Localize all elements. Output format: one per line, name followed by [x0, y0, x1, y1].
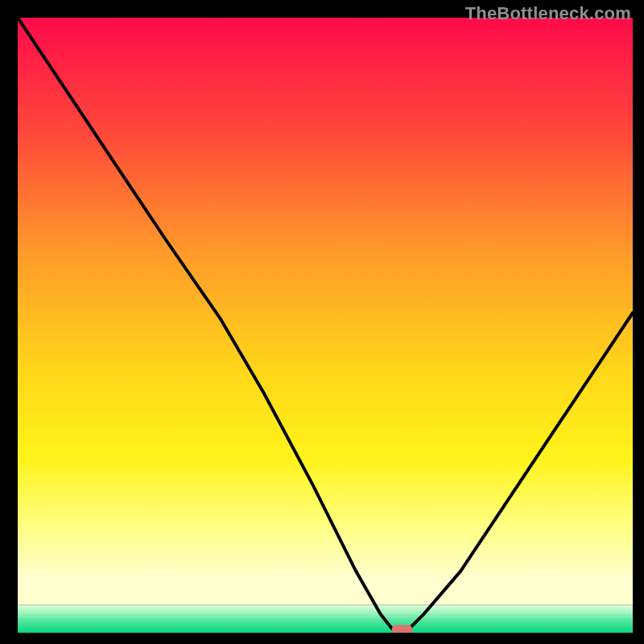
chart-bottom-band: [18, 605, 633, 633]
chart-background-gradient: [18, 18, 633, 605]
chart-plot-area: [18, 18, 633, 633]
optimal-point-marker: [392, 625, 413, 633]
watermark-label: TheBottleneck.com: [465, 3, 631, 24]
chart-svg: [18, 18, 633, 633]
chart-stage: TheBottleneck.com: [0, 0, 644, 644]
